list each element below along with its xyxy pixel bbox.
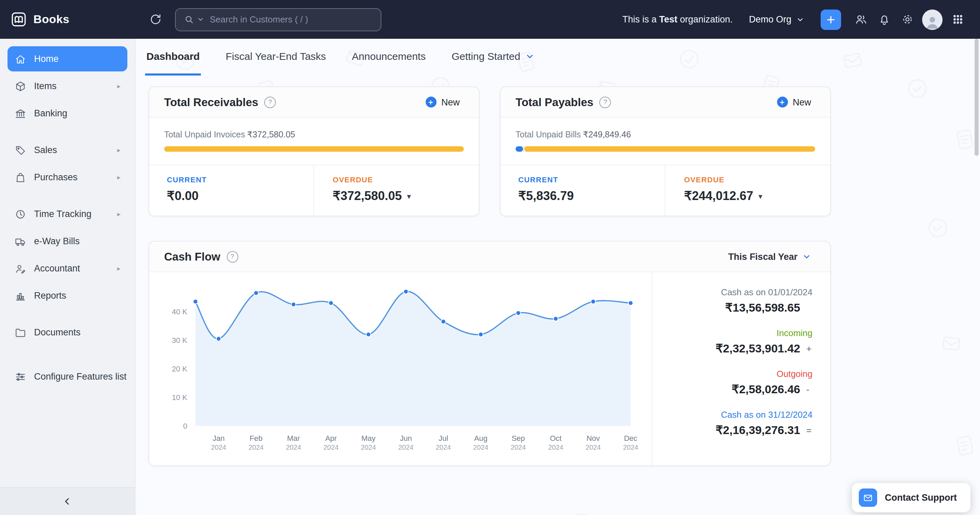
scrollbar-thumb[interactable] xyxy=(975,39,978,156)
payables-new-button[interactable]: New xyxy=(773,96,815,108)
sidebar-item-label: Configure Features list xyxy=(34,371,127,382)
tab-dashboard[interactable]: Dashboard xyxy=(145,39,201,76)
overdue-value[interactable]: ₹244,012.67▾ xyxy=(684,189,813,203)
receivables-body: Total Unpaid Invoices₹372,580.05 xyxy=(149,118,479,165)
quick-create-button[interactable] xyxy=(821,9,841,30)
svg-text:2024: 2024 xyxy=(623,444,638,451)
eway-bills-icon xyxy=(14,235,27,247)
operator-sign: - xyxy=(807,384,813,395)
contact-support-button[interactable]: Contact Support xyxy=(852,483,971,512)
search-bar[interactable] xyxy=(175,8,381,31)
chevron-down-icon xyxy=(796,15,804,24)
sidebar-nav: HomeItems▸BankingSales▸Purchases▸Time Tr… xyxy=(0,46,135,389)
books-logo-icon xyxy=(10,11,27,28)
sidebar-item-label: Sales xyxy=(34,145,110,155)
svg-text:2024: 2024 xyxy=(398,444,414,451)
svg-text:Mar: Mar xyxy=(287,434,300,442)
sidebar-item-banking[interactable]: Banking xyxy=(8,101,127,126)
users-icon[interactable] xyxy=(849,8,872,31)
current-label: CURRENT xyxy=(518,176,647,184)
receivables-split: CURRENT ₹0.00 OVERDUE ₹372,580.05▾ xyxy=(149,165,479,216)
svg-text:May: May xyxy=(361,434,375,442)
apps-grid-icon[interactable] xyxy=(946,8,969,31)
summary-value: ₹2,16,39,276.31= xyxy=(652,423,813,437)
svg-text:2024: 2024 xyxy=(586,444,601,451)
help-icon[interactable]: ? xyxy=(600,96,611,108)
main-content: DashboardFiscal Year-End TasksAnnounceme… xyxy=(135,39,980,515)
cashflow-summary-row: Incoming₹2,32,53,901.42+ xyxy=(652,328,813,356)
current-label: CURRENT xyxy=(167,176,295,184)
search-icon xyxy=(184,14,194,24)
sales-icon xyxy=(14,144,27,156)
summary-value: ₹2,58,026.46- xyxy=(652,382,813,397)
overdue-value[interactable]: ₹372,580.05▾ xyxy=(332,189,461,203)
home-icon xyxy=(14,53,27,65)
operator-sign: + xyxy=(807,344,813,354)
sidebar-item-label: Home xyxy=(34,54,121,64)
fiscal-year-selector[interactable]: This Fiscal Year xyxy=(724,251,815,262)
svg-text:30 K: 30 K xyxy=(172,336,188,345)
sidebar-item-purchases[interactable]: Purchases▸ xyxy=(8,165,127,190)
sidebar-item-sales[interactable]: Sales▸ xyxy=(8,138,127,163)
svg-text:Feb: Feb xyxy=(250,434,262,442)
svg-text:Dec: Dec xyxy=(624,434,637,442)
app-logo[interactable]: Books xyxy=(0,11,135,28)
chevron-right-icon: ▸ xyxy=(117,210,121,218)
unpaid-bills-text: Total Unpaid Bills₹249,849.46 xyxy=(515,129,815,139)
chevron-right-icon: ▸ xyxy=(117,82,121,90)
documents-icon xyxy=(14,326,27,339)
bar-segment xyxy=(164,146,464,152)
avatar[interactable] xyxy=(922,9,943,30)
help-icon[interactable]: ? xyxy=(226,251,238,262)
svg-text:Jun: Jun xyxy=(400,434,412,442)
tab-announcements[interactable]: Announcements xyxy=(350,39,427,76)
tab-getting-started[interactable]: Getting Started xyxy=(450,39,536,76)
receivables-new-button[interactable]: New xyxy=(422,96,464,108)
chevron-down-icon xyxy=(525,51,535,61)
svg-text:2024: 2024 xyxy=(473,444,488,451)
notifications-bell-icon[interactable] xyxy=(872,8,896,31)
tab-fiscal-year-end-tasks[interactable]: Fiscal Year-End Tasks xyxy=(224,39,328,76)
sidebar-item-configure-features-list[interactable]: Configure Features list xyxy=(8,364,127,389)
cashflow-summary-row: Outgoing₹2,58,026.46- xyxy=(652,369,813,397)
sidebar-item-reports[interactable]: Reports xyxy=(8,283,127,308)
chevron-left-icon xyxy=(62,496,73,507)
cash-flow-body: 010 K20 K30 K40 KJan2024Feb2024Mar2024Ap… xyxy=(149,272,830,465)
operator-sign: = xyxy=(807,425,813,436)
sidebar-item-e-way-bills[interactable]: e-Way Bills xyxy=(8,228,127,254)
sidebar-item-label: Documents xyxy=(34,327,121,338)
collapse-sidebar-button[interactable] xyxy=(0,487,135,515)
sidebar: HomeItems▸BankingSales▸Purchases▸Time Tr… xyxy=(0,39,135,515)
unpaid-invoices-text: Total Unpaid Invoices₹372,580.05 xyxy=(164,129,464,139)
configure-icon xyxy=(14,371,27,383)
svg-text:10 K: 10 K xyxy=(172,393,188,402)
svg-text:20 K: 20 K xyxy=(172,364,188,373)
help-icon[interactable]: ? xyxy=(264,96,276,108)
sidebar-item-home[interactable]: Home xyxy=(8,46,127,71)
summary-label: Cash as on 01/01/2024 xyxy=(652,287,813,297)
svg-text:40 K: 40 K xyxy=(172,307,188,316)
refresh-icon[interactable] xyxy=(144,8,167,31)
sidebar-item-items[interactable]: Items▸ xyxy=(8,73,127,99)
sidebar-item-label: Purchases xyxy=(34,172,110,182)
org-selector[interactable]: Demo Org xyxy=(745,14,808,25)
items-icon xyxy=(14,80,27,92)
current-value: ₹5,836.79 xyxy=(518,189,647,203)
svg-text:2024: 2024 xyxy=(436,444,451,451)
search-input[interactable] xyxy=(208,14,372,25)
svg-text:Oct: Oct xyxy=(550,434,562,442)
cashflow-summary-row: Cash as on 31/12/2024₹2,16,39,276.31= xyxy=(652,410,813,437)
sidebar-item-label: Accountant xyxy=(34,263,110,274)
settings-gear-icon[interactable] xyxy=(896,8,919,31)
summary-label: Outgoing xyxy=(652,369,813,379)
svg-text:Jan: Jan xyxy=(213,434,224,442)
sidebar-item-accountant[interactable]: Accountant▸ xyxy=(8,256,127,281)
search-scope-chevron-icon[interactable] xyxy=(197,16,204,23)
summary-value: ₹2,32,53,901.42+ xyxy=(652,342,813,356)
payables-body: Total Unpaid Bills₹249,849.46 xyxy=(501,118,830,165)
overdue-label: OVERDUE xyxy=(332,176,461,184)
sidebar-item-label: Items xyxy=(34,81,110,91)
sidebar-item-time-tracking[interactable]: Time Tracking▸ xyxy=(8,201,127,227)
caret-down-icon: ▾ xyxy=(407,192,410,200)
sidebar-item-documents[interactable]: Documents xyxy=(8,320,127,345)
